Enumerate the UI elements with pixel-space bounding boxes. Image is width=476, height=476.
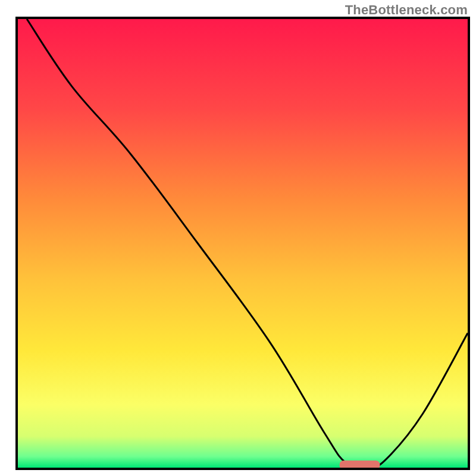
watermark-text: TheBottleneck.com [345, 2, 468, 18]
plot-background [18, 19, 468, 468]
chart-svg [0, 0, 476, 476]
chart-container: TheBottleneck.com [0, 0, 476, 476]
